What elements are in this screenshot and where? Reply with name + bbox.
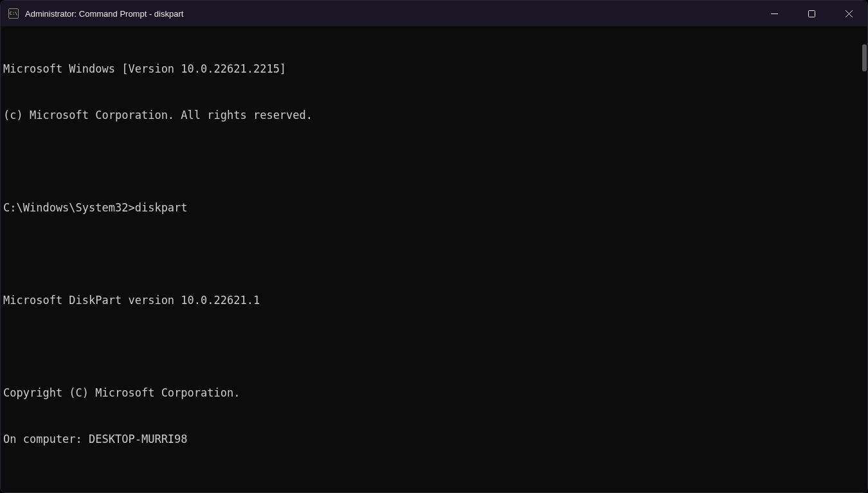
command-prompt-window: C:\ Administrator: Command Prompt - disk… <box>0 0 868 493</box>
terminal-line <box>3 478 856 493</box>
maximize-button[interactable] <box>793 1 830 26</box>
terminal-area: Microsoft Windows [Version 10.0.22621.22… <box>1 26 867 493</box>
terminal-line <box>3 154 856 169</box>
cmd-icon: C:\ <box>8 8 19 19</box>
terminal-line: Copyright (C) Microsoft Corporation. <box>3 385 856 400</box>
cmd-icon-text: C:\ <box>10 12 18 16</box>
terminal-line: (c) Microsoft Corporation. All rights re… <box>3 107 856 123</box>
terminal-line: C:\Windows\System32>diskpart <box>3 200 856 215</box>
terminal-line: On computer: DESKTOP-MURRI98 <box>3 431 856 447</box>
window-controls <box>755 1 867 26</box>
terminal-line <box>3 246 856 262</box>
terminal-content[interactable]: Microsoft Windows [Version 10.0.22621.22… <box>1 26 858 493</box>
titlebar[interactable]: C:\ Administrator: Command Prompt - disk… <box>1 1 867 26</box>
terminal-line: Microsoft Windows [Version 10.0.22621.22… <box>3 61 856 76</box>
scrollbar-track[interactable] <box>858 26 867 493</box>
scrollbar-thumb[interactable] <box>862 44 867 71</box>
terminal-line: Microsoft DiskPart version 10.0.22621.1 <box>3 292 856 308</box>
minimize-icon <box>771 10 778 17</box>
minimize-button[interactable] <box>755 1 793 26</box>
window-title: Administrator: Command Prompt - diskpart <box>25 9 755 19</box>
maximize-icon <box>808 10 815 17</box>
svg-rect-1 <box>808 10 815 17</box>
close-button[interactable] <box>830 1 867 26</box>
close-icon <box>845 10 853 17</box>
terminal-line <box>3 339 856 354</box>
